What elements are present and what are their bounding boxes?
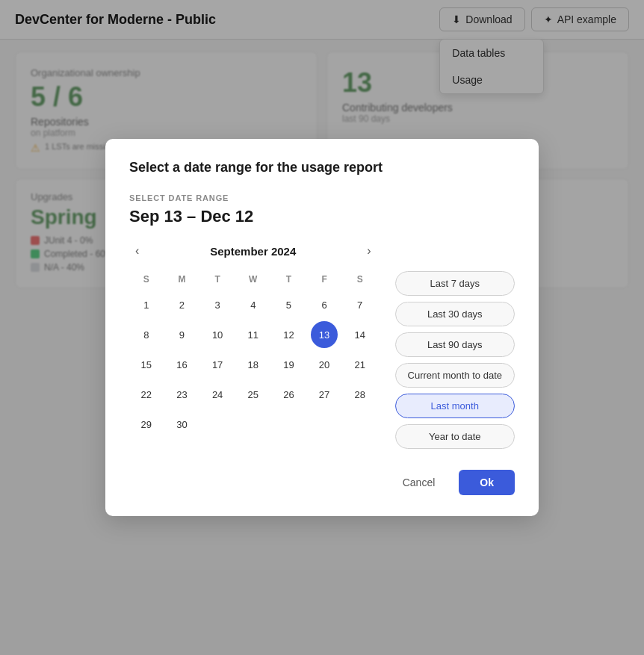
quick-select-option-4[interactable]: Last month [395,394,515,418]
calendar-day[interactable]: 22 [133,381,160,408]
calendar-day[interactable]: 1 [133,291,160,318]
calendar-day[interactable]: 28 [347,381,374,408]
dow-sat: S [343,270,377,289]
calendar-prev-button[interactable]: ‹ [129,241,145,261]
calendar-day[interactable]: 16 [168,351,195,378]
modal-overlay: Select a date range for the usage report… [0,0,644,655]
calendar-day [311,411,338,438]
calendar-day[interactable]: 10 [204,321,231,348]
calendar-day[interactable]: 23 [168,381,195,408]
date-range-value: Sep 13 – Dec 12 [129,207,515,226]
picker-body: ‹ September 2024 › S M T W T F S 1234567… [129,241,515,449]
calendar-day [204,411,231,438]
ok-button[interactable]: Ok [459,470,515,495]
calendar-day[interactable]: 12 [275,321,302,348]
quick-select: Last 7 daysLast 30 daysLast 90 daysCurre… [395,241,515,449]
quick-select-option-2[interactable]: Last 90 days [395,332,515,357]
dow-mon: M [165,270,199,289]
calendar-day[interactable]: 25 [240,381,267,408]
calendar-grid: S M T W T F S 12345678910111213141516171… [129,270,377,438]
calendar-day[interactable]: 24 [204,381,231,408]
quick-select-option-0[interactable]: Last 7 days [395,271,515,296]
dow-sun: S [129,270,164,289]
calendar-day[interactable]: 3 [204,291,231,318]
calendar-day[interactable]: 15 [133,351,160,378]
dow-thu: T [272,270,306,289]
calendar-day[interactable]: 27 [311,381,338,408]
calendar-day[interactable]: 30 [168,411,195,438]
calendar: ‹ September 2024 › S M T W T F S 1234567… [129,241,377,449]
calendar-day [275,411,302,438]
calendar-day[interactable]: 26 [275,381,302,408]
calendar-day[interactable]: 7 [347,291,374,318]
quick-select-option-1[interactable]: Last 30 days [395,302,515,326]
calendar-day[interactable]: 9 [168,321,195,348]
calendar-day[interactable]: 6 [311,291,338,318]
calendar-day[interactable]: 4 [240,291,267,318]
date-range-modal: Select a date range for the usage report… [105,139,539,516]
calendar-day[interactable]: 19 [275,351,302,378]
modal-footer: Cancel Ok [129,470,515,495]
calendar-day[interactable]: 13 [311,321,338,348]
quick-select-option-5[interactable]: Year to date [395,424,515,449]
calendar-day [240,411,267,438]
calendar-day[interactable]: 8 [133,321,160,348]
dow-tue: T [200,270,235,289]
quick-select-option-3[interactable]: Current month to date [395,363,515,388]
cancel-button[interactable]: Cancel [388,470,451,495]
calendar-day[interactable]: 2 [168,291,195,318]
calendar-day[interactable]: 20 [311,351,338,378]
calendar-day [347,411,374,438]
calendar-day[interactable]: 18 [240,351,267,378]
calendar-day[interactable]: 21 [347,351,374,378]
calendar-day[interactable]: 14 [347,321,374,348]
calendar-day[interactable]: 11 [240,321,267,348]
calendar-next-button[interactable]: › [361,241,377,261]
calendar-day[interactable]: 17 [204,351,231,378]
dow-wed: W [236,270,270,289]
date-range-label: SELECT DATE RANGE [129,193,515,202]
date-range-section: SELECT DATE RANGE Sep 13 – Dec 12 [129,193,515,226]
dow-fri: F [307,270,341,289]
calendar-day[interactable]: 5 [275,291,302,318]
calendar-day[interactable]: 29 [133,411,160,438]
modal-title: Select a date range for the usage report [129,160,515,176]
calendar-month: September 2024 [210,245,296,258]
calendar-nav: ‹ September 2024 › [129,241,377,261]
